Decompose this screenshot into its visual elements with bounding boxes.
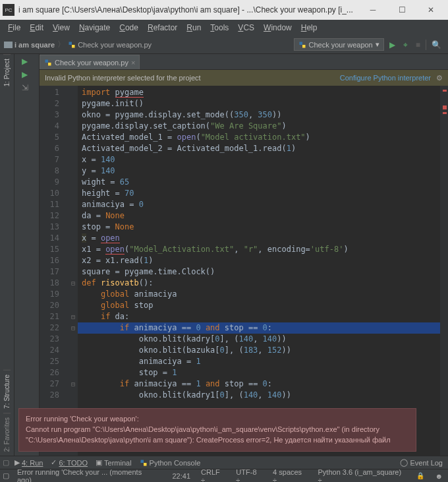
configure-interpreter-link[interactable]: Configure Python interpreter: [340, 74, 431, 82]
code-line[interactable]: x1 = open("Model_Activation.txt", "r", e…: [78, 244, 440, 255]
menu-tools[interactable]: Tools: [206, 22, 233, 34]
line-number[interactable]: 15: [40, 244, 69, 255]
line-number[interactable]: 28: [40, 390, 69, 401]
fold-marker[interactable]: ⊟: [69, 322, 78, 334]
fold-marker[interactable]: [69, 121, 78, 132]
menu-help[interactable]: Help: [297, 22, 322, 34]
code-line[interactable]: animaciya = 1: [78, 356, 440, 367]
code-line[interactable]: pygame.display.set_caption("We Are Squar…: [78, 121, 440, 132]
code-line[interactable]: x = 140: [78, 154, 440, 166]
fold-marker[interactable]: ⊟: [69, 278, 78, 289]
fold-marker[interactable]: [69, 87, 78, 98]
tool-window-icon[interactable]: ▢: [3, 458, 9, 467]
line-number[interactable]: 26: [40, 367, 69, 378]
menu-vcs[interactable]: VCS: [234, 22, 258, 34]
code-line[interactable]: da = None: [78, 210, 440, 222]
code-line[interactable]: y = 140: [78, 166, 440, 177]
code-line[interactable]: global stop: [78, 300, 440, 311]
fold-marker[interactable]: [69, 367, 78, 378]
gear-icon[interactable]: ⚙: [436, 74, 443, 82]
code-line[interactable]: import pygame: [78, 87, 440, 98]
status-message[interactable]: Error running 'Check your ... (moments a…: [14, 468, 159, 483]
line-number[interactable]: 5: [40, 132, 69, 143]
fold-marker[interactable]: [69, 199, 78, 210]
maximize-button[interactable]: ☐: [387, 0, 416, 20]
menu-code[interactable]: Code: [115, 22, 142, 34]
line-number[interactable]: 13: [40, 222, 69, 233]
line-number[interactable]: 6: [40, 143, 69, 154]
fold-marker[interactable]: ⊟: [69, 378, 78, 390]
stop-button[interactable]: ■: [413, 38, 423, 52]
line-number[interactable]: 3: [40, 109, 69, 121]
menu-view[interactable]: View: [49, 22, 74, 34]
fold-marker[interactable]: [69, 222, 78, 233]
close-tab-icon[interactable]: ×: [131, 59, 135, 67]
run-button[interactable]: ▶: [387, 38, 398, 52]
line-number[interactable]: 18: [40, 278, 69, 289]
python-console-tool-tab[interactable]: Python Console: [137, 459, 204, 467]
hector-icon[interactable]: ☻: [432, 472, 445, 480]
line-number[interactable]: 4: [40, 121, 69, 132]
fold-marker[interactable]: [69, 233, 78, 244]
line-number[interactable]: 17: [40, 266, 69, 278]
fold-marker[interactable]: ⊟: [69, 311, 78, 322]
minimize-button[interactable]: ─: [358, 0, 387, 20]
code-line[interactable]: okno.blit(kadry1[0], (140, 140)): [78, 390, 440, 401]
fold-marker[interactable]: [69, 210, 78, 222]
code-line[interactable]: global animaciya: [78, 289, 440, 300]
line-number[interactable]: 8: [40, 166, 69, 177]
code-line[interactable]: if da:: [78, 311, 440, 322]
line-number[interactable]: 23: [40, 334, 69, 345]
fold-marker[interactable]: [69, 98, 78, 109]
code-line[interactable]: if animaciya == 0 and stop == 0:: [78, 322, 440, 334]
code-line[interactable]: x2 = x1.read(1): [78, 255, 440, 266]
project-tool-button[interactable]: 1: Project: [3, 54, 11, 90]
fold-marker[interactable]: [69, 109, 78, 121]
search-everywhere-button[interactable]: 🔍: [429, 38, 444, 52]
fold-marker[interactable]: [69, 255, 78, 266]
line-number[interactable]: 27: [40, 378, 69, 390]
line-number[interactable]: 12: [40, 210, 69, 222]
fold-marker[interactable]: [69, 334, 78, 345]
fold-marker[interactable]: [69, 132, 78, 143]
code-line[interactable]: wight = 65: [78, 177, 440, 188]
collapse-icon[interactable]: ⇲: [22, 83, 32, 94]
code-line[interactable]: if animaciya == 1 and stop == 0:: [78, 378, 440, 390]
todo-tool-tab[interactable]: ✓ 6: TODO: [48, 458, 90, 467]
run-debug-icon[interactable]: ▶: [22, 70, 32, 80]
line-number[interactable]: 9: [40, 177, 69, 188]
fold-marker[interactable]: [69, 177, 78, 188]
favorites-tool-button[interactable]: 2: Favorites: [3, 413, 11, 456]
line-number[interactable]: 19: [40, 289, 69, 300]
code-line[interactable]: def risovatb():: [78, 278, 440, 289]
terminal-tool-tab[interactable]: ▣ Terminal: [93, 458, 134, 467]
menu-run[interactable]: Run: [182, 22, 205, 34]
menu-file[interactable]: File: [4, 22, 24, 34]
lock-icon[interactable]: 🔒: [414, 472, 427, 479]
line-number[interactable]: 25: [40, 356, 69, 367]
menu-refactor[interactable]: Refactor: [144, 22, 181, 34]
line-number[interactable]: 7: [40, 154, 69, 166]
run-config-selector[interactable]: Check your weapon ▾: [294, 38, 384, 51]
run-tool-tab[interactable]: ▶ 4: Run: [12, 458, 45, 467]
line-number[interactable]: 11: [40, 199, 69, 210]
fold-marker[interactable]: [69, 143, 78, 154]
code-line[interactable]: okno = pygame.display.set_mode((350, 350…: [78, 109, 440, 121]
run-play-icon[interactable]: ▶: [22, 57, 32, 67]
fold-marker[interactable]: [69, 266, 78, 278]
code-editor[interactable]: 1234567891011121314151617181920212223242…: [40, 86, 448, 456]
code-line[interactable]: Activated_model_1 = open("Model activati…: [78, 132, 440, 143]
python-interpreter[interactable]: Python 3.6 (i_am_square) ÷: [316, 468, 409, 483]
fold-marker[interactable]: [69, 154, 78, 166]
breadcrumb[interactable]: i am square: [4, 41, 55, 49]
code-line[interactable]: square = pygame.time.Clock(): [78, 266, 440, 278]
line-number[interactable]: 21: [40, 311, 69, 322]
fold-marker[interactable]: [69, 390, 78, 401]
code-line[interactable]: okno.blit(bazuka[0], (183, 152)): [78, 345, 440, 356]
code-line[interactable]: height = 70: [78, 188, 440, 199]
menu-window[interactable]: Window: [260, 22, 296, 34]
breadcrumb-file[interactable]: Check your weapon.py: [68, 41, 152, 49]
error-stripe[interactable]: [440, 86, 448, 456]
line-number[interactable]: 22: [40, 322, 69, 334]
line-number[interactable]: 16: [40, 255, 69, 266]
